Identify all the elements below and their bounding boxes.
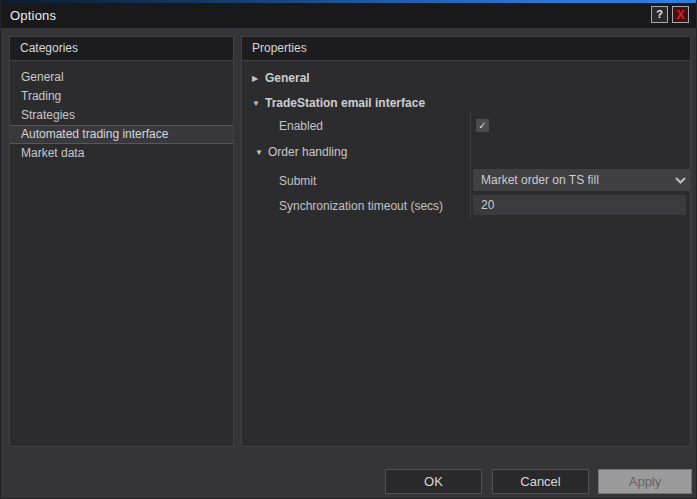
close-button[interactable]: X bbox=[672, 6, 689, 23]
chevron-right-icon[interactable]: ▶ bbox=[252, 74, 265, 83]
window-title: Options bbox=[1, 8, 56, 23]
categories-list: General Trading Strategies Automated tra… bbox=[10, 61, 233, 163]
enabled-checkbox[interactable]: ✓ bbox=[476, 119, 489, 132]
categories-panel: Categories General Trading Strategies Au… bbox=[9, 36, 234, 447]
category-item-trading[interactable]: Trading bbox=[10, 87, 233, 106]
category-item-strategies[interactable]: Strategies bbox=[10, 106, 233, 125]
tree-group-order-handling[interactable]: ▼ Order handling bbox=[242, 144, 689, 160]
group-label: Order handling bbox=[268, 145, 347, 159]
close-icon: X bbox=[676, 9, 684, 21]
apply-button[interactable]: Apply bbox=[598, 469, 692, 494]
property-label: Enabled bbox=[279, 119, 323, 133]
property-label: Synchronization timeout (secs) bbox=[279, 199, 443, 213]
property-row-submit: Submit Market order on TS fill bbox=[242, 169, 689, 192]
group-label: TradeStation email interface bbox=[265, 96, 425, 110]
sync-timeout-input[interactable] bbox=[473, 195, 686, 215]
category-item-general[interactable]: General bbox=[10, 68, 233, 87]
titlebar-buttons: ? X bbox=[651, 6, 689, 23]
properties-panel: Properties ▶ General ▼ TradeStation emai… bbox=[241, 36, 691, 447]
ok-button[interactable]: OK bbox=[385, 469, 482, 494]
properties-header: Properties bbox=[242, 37, 690, 61]
category-item-market-data[interactable]: Market data bbox=[10, 144, 233, 163]
properties-tree: ▶ General ▼ TradeStation email interface… bbox=[242, 61, 690, 447]
question-mark-icon: ? bbox=[656, 9, 663, 20]
help-button[interactable]: ? bbox=[651, 6, 668, 23]
tree-group-tradestation-email-interface[interactable]: ▼ TradeStation email interface bbox=[242, 95, 689, 111]
dropdown-value: Market order on TS fill bbox=[473, 173, 669, 187]
chevron-down-icon[interactable]: ▼ bbox=[252, 99, 265, 108]
property-label: Submit bbox=[279, 174, 316, 188]
group-label: General bbox=[265, 71, 310, 85]
property-row-enabled: Enabled ✓ bbox=[242, 118, 689, 134]
categories-header: Categories bbox=[10, 37, 233, 61]
category-item-automated-trading-interface[interactable]: Automated trading interface bbox=[10, 125, 233, 144]
options-dialog: Options ? X Categories General Trading S… bbox=[0, 0, 697, 499]
cancel-button[interactable]: Cancel bbox=[492, 469, 589, 494]
check-icon: ✓ bbox=[478, 121, 486, 131]
titlebar[interactable]: Options ? X bbox=[1, 3, 696, 28]
chevron-down-icon[interactable]: ▼ bbox=[255, 148, 268, 157]
chevron-down-icon bbox=[669, 177, 691, 184]
tree-group-general[interactable]: ▶ General bbox=[242, 70, 689, 86]
property-row-sync-timeout: Synchronization timeout (secs) bbox=[242, 195, 689, 216]
submit-dropdown[interactable]: Market order on TS fill bbox=[473, 169, 691, 191]
